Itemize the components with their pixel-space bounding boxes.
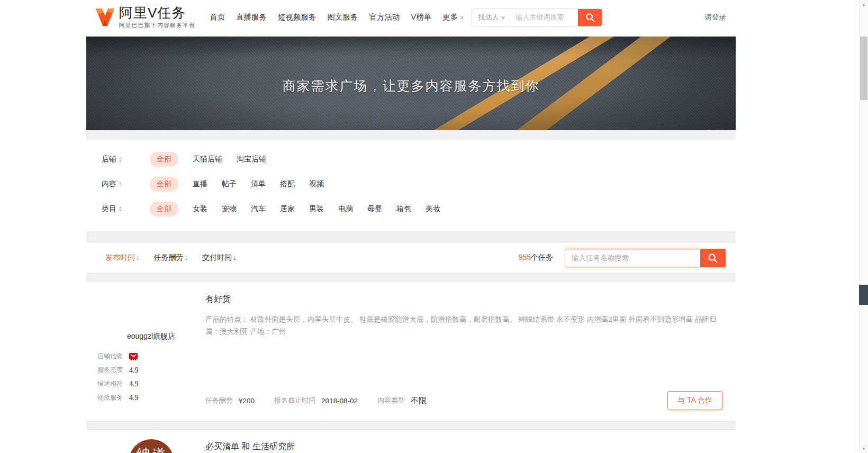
filter-option[interactable]: 箱包 xyxy=(396,202,411,216)
filter-row-shop: 店铺： 全部 天猫店铺 淘宝店铺 xyxy=(102,152,725,167)
store-panel: 绅道 衣品 xyxy=(86,438,205,453)
top-navbar: 阿里V任务 阿里巴巴旗下内容服务平台 首页 直播服务 短视频服务 图文服务 官方… xyxy=(0,0,868,34)
store-reputation-row: 店铺信誉 xyxy=(97,352,205,361)
store-name[interactable]: eouggzl旗舰店 xyxy=(97,332,205,341)
filter-option[interactable]: 视频 xyxy=(309,177,324,192)
filter-row-category: 类目： 全部 女装 宠物 汽车 居家 男装 电脑 母婴 箱包 美妆 xyxy=(102,202,725,216)
nav-more-menu[interactable]: 更多 ∨ xyxy=(442,12,464,22)
brand-tagline: 阿里巴巴旗下内容服务平台 xyxy=(119,22,195,29)
filter-option[interactable]: 天猫店铺 xyxy=(193,152,222,167)
rating-row: 服务态度 4.9 xyxy=(97,366,205,375)
rating-value: 4.9 xyxy=(129,366,139,375)
hero-banner: 商家需求广场，让更多内容服务方找到你 xyxy=(86,37,736,130)
main-content: 商家需求广场，让更多内容服务方找到你 店铺： 全部 天猫店铺 淘宝店铺 内容： … xyxy=(86,37,736,453)
scrollbar-thumb[interactable] xyxy=(860,37,867,100)
rating-value: 4.9 xyxy=(129,380,139,388)
arrow-down-icon: ↓ xyxy=(233,253,237,261)
filter-label: 类目： xyxy=(102,204,150,214)
navbar-search-button[interactable] xyxy=(578,9,602,26)
sort-delivery-time[interactable]: 交付时间↓ xyxy=(202,253,237,262)
chevron-down-icon: ∨ xyxy=(459,15,464,20)
filter-option[interactable]: 宠物 xyxy=(222,202,237,216)
nav-link-graphic[interactable]: 图文服务 xyxy=(328,12,358,22)
filter-option[interactable]: 帖子 xyxy=(222,177,237,192)
task-search-input[interactable] xyxy=(565,249,700,267)
nav-links: 首页 直播服务 短视频服务 图文服务 官方活动 V榜单 更多 ∨ xyxy=(210,12,472,22)
task-count: 955个任务 xyxy=(519,253,553,262)
task-count-number: 955 xyxy=(519,253,531,261)
filter-option[interactable]: 女装 xyxy=(193,202,207,216)
filter-option[interactable]: 汽车 xyxy=(251,202,266,216)
meta-deadline: 报名截止时间 2018-08-02 xyxy=(274,396,358,405)
sort-bar: 发布时间↓ 任务酬劳↓ 交付时间↓ 955个任务 xyxy=(86,243,736,273)
filter-option[interactable]: 搭配 xyxy=(280,177,295,192)
hero-title: 商家需求广场，让更多内容服务方找到你 xyxy=(86,37,736,130)
filter-option[interactable]: 母婴 xyxy=(367,202,382,216)
task-search-group xyxy=(565,249,726,267)
filter-option[interactable]: 直播 xyxy=(193,177,207,192)
rating-row: 物流服务 4.9 xyxy=(97,393,205,402)
store-logo-placeholder xyxy=(97,294,205,332)
nav-link-official[interactable]: 官方活动 xyxy=(369,12,400,22)
arrow-down-icon: ↓ xyxy=(136,253,140,261)
store-panel: eouggzl旗舰店 店铺信誉 服务态度 4.9 描述相 xyxy=(86,294,205,410)
filter-option-all[interactable]: 全部 xyxy=(150,177,178,192)
filter-option[interactable]: 清单 xyxy=(251,177,266,192)
filter-label: 内容： xyxy=(102,179,150,189)
filter-option[interactable]: 淘宝店铺 xyxy=(237,152,266,167)
filter-option[interactable]: 男装 xyxy=(309,202,324,216)
filter-option[interactable]: 居家 xyxy=(280,202,295,216)
scrollbar-down-arrow[interactable]: ▼ xyxy=(860,444,868,453)
task-title[interactable]: 有好货 xyxy=(205,294,722,305)
arrow-down-icon: ↓ xyxy=(185,253,188,261)
task-card: 绅道 衣品 必买清单 和 生活研究所 绅道衣品 2013年入驻天猫 专注男士西裤… xyxy=(86,430,736,453)
rating-value: 4.9 xyxy=(129,394,139,402)
filter-label: 店铺： xyxy=(102,155,150,164)
task-title[interactable]: 必买清单 和 生活研究所 xyxy=(205,441,722,452)
tmall-badge-icon xyxy=(129,353,138,360)
search-icon xyxy=(708,253,718,263)
v-logo-icon xyxy=(95,8,115,26)
task-description: 产品的特点： 材质外面是头层，内里头层牛皮。 鞋底是橡胶防滑大底，防滑指数高，耐… xyxy=(205,313,718,338)
task-meta-row: 任务酬劳 ¥200 报名截止时间 2018-08-02 内容类型 不限 与 TA… xyxy=(205,391,722,410)
rating-row: 描述相符 4.9 xyxy=(97,379,205,388)
login-link[interactable]: 请登录 xyxy=(705,13,727,22)
search-category-select[interactable]: 找达人 ∨ xyxy=(472,9,511,26)
navbar-search-input[interactable] xyxy=(510,9,578,26)
filter-option[interactable]: 电脑 xyxy=(338,202,353,216)
brand-name: 阿里V任务 xyxy=(119,6,195,20)
feedback-floating-tab[interactable] xyxy=(859,285,868,305)
sort-publish-time[interactable]: 发布时间↓ xyxy=(105,253,140,262)
brand-logo[interactable]: 阿里V任务 阿里巴巴旗下内容服务平台 xyxy=(95,6,195,29)
chevron-down-icon: ∨ xyxy=(500,15,505,20)
filter-row-content: 内容： 全部 直播 帖子 清单 搭配 视频 xyxy=(102,177,725,192)
search-icon xyxy=(585,13,595,22)
meta-content-type: 内容类型 不限 xyxy=(377,396,427,406)
nav-link-vrank[interactable]: V榜单 xyxy=(411,12,432,22)
navbar-search-group: 找达人 ∨ xyxy=(472,8,603,26)
scrollbar-up-arrow[interactable]: ▲ xyxy=(860,0,868,9)
scrollbar[interactable]: ▲ ▼ xyxy=(859,0,868,453)
filter-option[interactable]: 美妆 xyxy=(426,202,440,216)
nav-link-home[interactable]: 首页 xyxy=(210,12,225,22)
filter-option-all[interactable]: 全部 xyxy=(150,152,178,167)
nav-link-live[interactable]: 直播服务 xyxy=(236,12,267,22)
store-logo[interactable]: 绅道 衣品 xyxy=(129,439,174,453)
task-card: eouggzl旗舰店 店铺信誉 服务态度 4.9 描述相 xyxy=(86,282,736,421)
nav-link-shortvideo[interactable]: 短视频服务 xyxy=(278,12,317,22)
filter-option-all[interactable]: 全部 xyxy=(150,202,178,216)
filter-panel: 店铺： 全部 天猫店铺 淘宝店铺 内容： 全部 直播 帖子 清单 搭配 视频 类… xyxy=(86,140,736,231)
cooperate-button[interactable]: 与 TA 合作 xyxy=(667,391,722,410)
sort-task-pay[interactable]: 任务酬劳↓ xyxy=(154,253,188,262)
task-search-button[interactable] xyxy=(700,249,725,267)
meta-task-pay: 任务酬劳 ¥200 xyxy=(205,396,255,405)
